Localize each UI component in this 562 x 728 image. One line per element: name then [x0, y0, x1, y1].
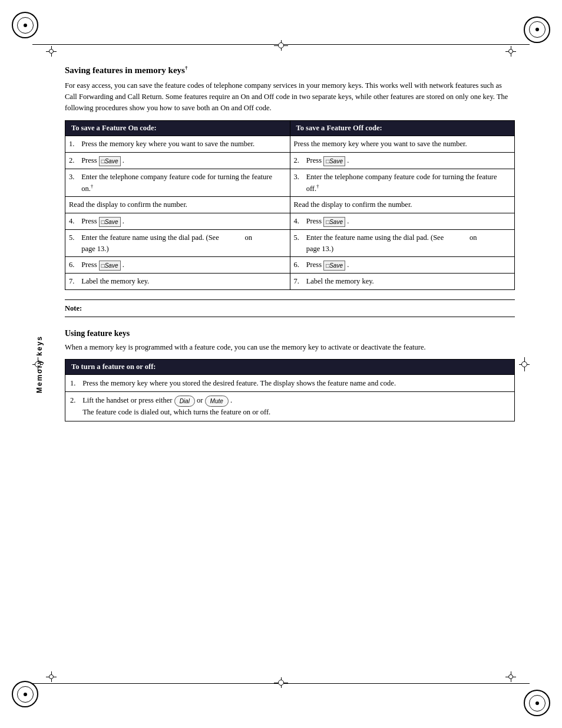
read-display-row: Read the display to confirm the number. …	[65, 197, 515, 213]
section2-title: Using feature keys	[65, 329, 515, 338]
save-button-icon: □Save	[99, 217, 121, 227]
col1-step7: 7. Label the memory key.	[65, 274, 290, 290]
save-button-icon: □Save	[323, 156, 345, 166]
table-row: 7. Label the memory key. 7. Label the me…	[65, 274, 515, 290]
col1-step5: 5. Enter the feature name using the dial…	[65, 229, 290, 257]
col1-step4: 4. Press □Save .	[65, 213, 290, 230]
table-row: 3. Enter the telephone company feature c…	[65, 169, 515, 197]
corner-decoration-bl	[12, 681, 47, 716]
col2-header: To save a Feature Off code:	[290, 121, 515, 136]
col2-step7: 7. Label the memory key.	[290, 274, 515, 290]
crosshair-bottom-center	[274, 677, 288, 688]
dial-key-button: Dial	[174, 396, 195, 407]
corner-decoration-tr	[515, 12, 550, 47]
corner-decoration-br	[515, 681, 550, 716]
save-button-icon: □Save	[99, 261, 121, 271]
table-row: 6. Press □Save . 6. Press □Save .	[65, 257, 515, 274]
col2-step2: 2. Press □Save .	[290, 153, 515, 169]
col1-step6: 6. Press □Save .	[65, 257, 290, 274]
note-section: Note:	[65, 299, 515, 317]
crosshair-right-mid	[519, 357, 530, 371]
save-button-icon: □Save	[323, 261, 345, 271]
col2-step3: 3. Enter the telephone company feature c…	[290, 169, 515, 197]
step2-1: 1. Press the memory key where you stored…	[65, 374, 515, 392]
side-label: Memory keys	[35, 335, 44, 393]
save-button-icon: □Save	[99, 156, 121, 166]
save-button-icon: □Save	[323, 217, 345, 227]
section2: Using feature keys When a memory key is …	[65, 329, 515, 421]
table-row: 1. Press the memory key where you want t…	[65, 136, 515, 153]
mute-key-button: Mute	[205, 396, 229, 407]
feature-table: To save a Feature On code: To save a Fea…	[65, 120, 515, 290]
col1-step3: 3. Enter the telephone company feature c…	[65, 169, 290, 197]
table-row: 5. Enter the feature name using the dial…	[65, 229, 515, 257]
read-display-col2: Read the display to confirm the number.	[290, 197, 515, 213]
note-label: Note:	[65, 304, 82, 312]
crosshair-top-center	[274, 40, 288, 51]
col2-step6: 6. Press □Save .	[290, 257, 515, 274]
section1-title: Saving features in memory keys†	[65, 65, 515, 75]
col1-step1: 1. Press the memory key where you want t…	[65, 136, 290, 153]
main-content: Saving features in memory keys† For easy…	[65, 65, 515, 663]
table-row: 2. Lift the handset or press either Dial…	[65, 392, 515, 421]
read-display-col1: Read the display to confirm the number.	[65, 197, 290, 213]
col2-step1: Press the memory key where you want to s…	[290, 136, 515, 153]
col2-step4: 4. Press □Save .	[290, 213, 515, 230]
corner-decoration-tl	[12, 12, 47, 47]
crosshair-inner-tr	[505, 46, 516, 57]
table-row: 4. Press □Save . 4. Press □Save .	[65, 213, 515, 230]
section1: Saving features in memory keys† For easy…	[65, 65, 515, 317]
crosshair-inner-tl	[46, 46, 57, 57]
crosshair-inner-bl	[46, 671, 57, 682]
col1-header: To save a Feature On code:	[65, 121, 290, 136]
col2-step5: 5. Enter the feature name using the dial…	[290, 229, 515, 257]
table-row: 1. Press the memory key where you stored…	[65, 374, 515, 392]
col-turn-on-off-header: To turn a feature on or off:	[65, 359, 515, 374]
table-row: 2. Press □Save . 2. Press □Save .	[65, 153, 515, 169]
crosshair-inner-br	[505, 671, 516, 682]
section2-intro: When a memory key is programmed with a f…	[65, 342, 515, 353]
step2-2: 2. Lift the handset or press either Dial…	[65, 392, 515, 421]
section1-intro: For easy access, you can save the featur…	[65, 80, 515, 113]
col1-step2: 2. Press □Save .	[65, 153, 290, 169]
feature-table2: To turn a feature on or off: 1. Press th…	[65, 359, 515, 421]
